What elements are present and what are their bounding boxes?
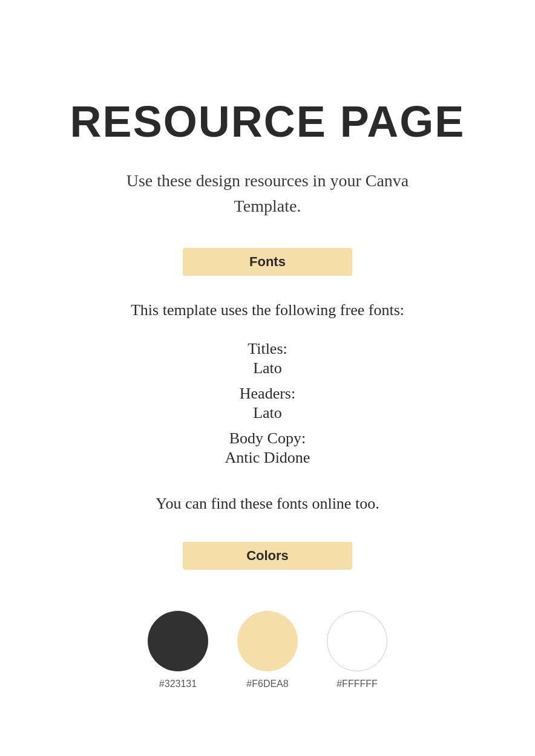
subtitle-text: Use these design resources in your Canva… xyxy=(110,168,425,219)
color-swatch-light: #F6DEA8 xyxy=(237,611,298,689)
font-list: Titles: Lato Headers: Lato Body Copy: An… xyxy=(225,340,310,473)
titles-label: Titles: xyxy=(248,340,287,358)
color-swatches: #323131 #F6DEA8 #FFFFFF xyxy=(148,611,387,689)
headers-label: Headers: xyxy=(240,385,295,403)
color-hex-light: #F6DEA8 xyxy=(246,679,288,689)
color-circle-light xyxy=(237,611,298,671)
color-hex-white: #FFFFFF xyxy=(336,679,378,689)
color-hex-dark: #323131 xyxy=(159,679,197,689)
page-title: RESOURCE PAGE xyxy=(70,97,465,146)
color-swatch-white: #FFFFFF xyxy=(327,611,387,689)
colors-badge: Colors xyxy=(183,542,352,570)
color-swatch-dark: #323131 xyxy=(148,611,208,689)
titles-font: Lato xyxy=(253,359,282,377)
colors-section: Colors #323131 #F6DEA8 #FFFFFF xyxy=(24,542,511,689)
body-copy-label: Body Copy: xyxy=(229,429,306,448)
fonts-intro-text: This template uses the following free fo… xyxy=(131,298,404,323)
color-circle-dark xyxy=(148,611,208,671)
fonts-badge: Fonts xyxy=(183,248,352,276)
color-circle-white xyxy=(327,611,387,671)
body-copy-font: Antic Didone xyxy=(225,449,310,467)
fonts-outro-text: You can find these fonts online too. xyxy=(156,495,379,513)
headers-font: Lato xyxy=(253,404,282,422)
